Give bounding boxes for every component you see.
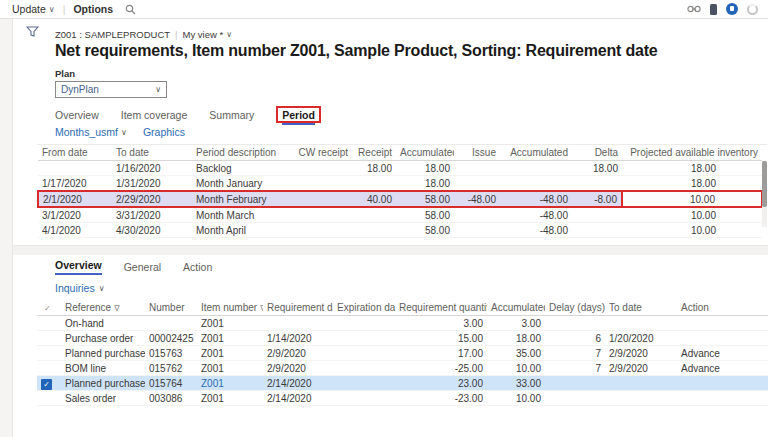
my-view-selector[interactable]: My view * ∨: [183, 29, 233, 40]
grid-cell[interactable]: 18.00: [352, 161, 396, 176]
col-cw-receipt[interactable]: CW receipt: [292, 145, 352, 161]
col-requirement-date[interactable]: Requirement date↑: [263, 300, 333, 316]
grid-cell[interactable]: [37, 391, 61, 406]
grid-cell[interactable]: [292, 176, 352, 192]
grid-row[interactable]: BOM line015762Z0012/9/2020-25.0010.0072/…: [37, 361, 768, 376]
grid-cell[interactable]: 3.00: [487, 316, 545, 331]
grid-cell[interactable]: 015764: [145, 376, 197, 391]
grid-cell[interactable]: BOM line: [61, 361, 145, 376]
grid-cell[interactable]: [352, 176, 396, 192]
grid-row[interactable]: 3/1/20203/31/2020Month March58.00-48.001…: [38, 207, 762, 223]
grid-cell[interactable]: [333, 361, 395, 376]
grid-cell[interactable]: 10.00: [622, 223, 762, 238]
grid-cell[interactable]: 58.00: [396, 207, 454, 223]
grid-cell[interactable]: 58.00: [396, 223, 454, 238]
grid-cell[interactable]: 3.00: [395, 316, 487, 331]
grid-cell[interactable]: 3/1/2020: [38, 207, 112, 223]
graphics-link[interactable]: Graphics: [143, 126, 185, 138]
grid-cell[interactable]: [352, 223, 396, 238]
grid-cell[interactable]: 18.00: [622, 176, 762, 192]
tab-overview[interactable]: Overview: [55, 109, 99, 123]
grid-cell[interactable]: -25.00: [395, 361, 487, 376]
grid-cell[interactable]: 1/20/2020: [605, 331, 677, 346]
grid-cell[interactable]: 33.00: [487, 376, 545, 391]
grid-cell[interactable]: [500, 161, 572, 176]
col-projected-available-inventory[interactable]: Projected available inventory: [622, 145, 762, 161]
grid-row[interactable]: 1/16/2020Backlog18.0018.0018.0018.00: [38, 161, 762, 176]
col-period-description[interactable]: Period description: [192, 145, 292, 161]
grid-cell[interactable]: [454, 176, 500, 192]
grid-cell[interactable]: [38, 161, 112, 176]
grid-cell[interactable]: 18.00: [572, 161, 622, 176]
grid-cell[interactable]: [263, 316, 333, 331]
grid-cell[interactable]: Planned purchase ord...: [61, 376, 145, 391]
grid-row[interactable]: 2/1/20202/29/2020Month February40.0058.0…: [38, 191, 762, 207]
grid-row[interactable]: On-handZ0013.003.00: [37, 316, 768, 331]
grid-cell[interactable]: [572, 207, 622, 223]
vertical-scrollbar-thumb[interactable]: [762, 161, 767, 207]
grid-cell[interactable]: 2/14/2020: [263, 376, 333, 391]
grid-cell[interactable]: -48.00: [500, 191, 572, 207]
grid-cell[interactable]: [454, 223, 500, 238]
grid-row[interactable]: 1/17/20201/31/2020Month January18.0018.0…: [38, 176, 762, 192]
grid-cell[interactable]: 18.00: [396, 176, 454, 192]
filter-icon[interactable]: ∇: [260, 304, 263, 313]
grid-cell[interactable]: [352, 207, 396, 223]
col-from-date[interactable]: From date: [38, 145, 112, 161]
grid-cell[interactable]: -8.00: [572, 191, 622, 207]
update-menu-button[interactable]: Update ∨: [8, 3, 59, 15]
grid-cell[interactable]: Z001: [197, 391, 263, 406]
grid-cell[interactable]: 4/30/2020: [112, 223, 192, 238]
grid-cell[interactable]: [145, 316, 197, 331]
grid-cell[interactable]: [333, 346, 395, 361]
tab-item-coverage[interactable]: Item coverage: [121, 109, 188, 123]
grid-cell[interactable]: 2/9/2020: [605, 361, 677, 376]
grid-cell[interactable]: [454, 161, 500, 176]
grid-cell[interactable]: [333, 376, 395, 391]
grid-row[interactable]: 4/1/20204/30/2020Month April58.00-48.001…: [38, 223, 762, 238]
grid-cell[interactable]: On-hand: [61, 316, 145, 331]
grid-cell[interactable]: [37, 361, 61, 376]
grid-cell[interactable]: [454, 207, 500, 223]
grid-cell[interactable]: [605, 391, 677, 406]
grid-cell[interactable]: [605, 316, 677, 331]
grid-cell[interactable]: 2/29/2020: [112, 191, 192, 207]
grid-cell[interactable]: 23.00: [395, 376, 487, 391]
grid-cell[interactable]: 17.00: [395, 346, 487, 361]
col-item-number[interactable]: Item number∇: [197, 300, 263, 316]
grid-cell[interactable]: 18.00: [622, 161, 762, 176]
grid-cell[interactable]: 7: [545, 361, 605, 376]
grid-cell[interactable]: [292, 223, 352, 238]
grid-cell[interactable]: [677, 391, 768, 406]
col-requirement-quantity[interactable]: Requirement quantity: [395, 300, 487, 316]
grid-cell[interactable]: Sales order: [61, 391, 145, 406]
grid-cell[interactable]: -48.00: [454, 191, 500, 207]
col-number[interactable]: Number: [145, 300, 197, 316]
grid-cell[interactable]: [37, 376, 61, 391]
grid-cell[interactable]: Month February: [192, 191, 292, 207]
grid-cell[interactable]: 2/9/2020: [263, 346, 333, 361]
grid-cell[interactable]: Advance: [677, 346, 768, 361]
grid-cell[interactable]: [333, 331, 395, 346]
grid-cell[interactable]: Z001: [197, 331, 263, 346]
grid-cell[interactable]: 2/9/2020: [263, 361, 333, 376]
grid-cell[interactable]: 2/14/2020: [263, 391, 333, 406]
grid-row[interactable]: Planned purchase ord...015763Z0012/9/202…: [37, 346, 768, 361]
col-reference[interactable]: Reference∇: [61, 300, 145, 316]
grid-cell[interactable]: 35.00: [487, 346, 545, 361]
grid-cell[interactable]: [333, 391, 395, 406]
tab-detail-overview[interactable]: Overview: [55, 259, 102, 275]
grid-cell[interactable]: [545, 376, 605, 391]
grid-cell[interactable]: 003086: [145, 391, 197, 406]
grid-cell[interactable]: [605, 376, 677, 391]
grid-cell[interactable]: 6: [545, 331, 605, 346]
grid-cell[interactable]: 1/14/2020: [263, 331, 333, 346]
grid-cell[interactable]: 1/31/2020: [112, 176, 192, 192]
col-issue[interactable]: Issue: [454, 145, 500, 161]
grid-cell[interactable]: 58.00: [396, 191, 454, 207]
grid-cell[interactable]: Z001: [197, 376, 263, 391]
grid-cell[interactable]: Month April: [192, 223, 292, 238]
grid-cell[interactable]: 4/1/2020: [38, 223, 112, 238]
grid-cell[interactable]: Month January: [192, 176, 292, 192]
grid-cell[interactable]: 1/16/2020: [112, 161, 192, 176]
